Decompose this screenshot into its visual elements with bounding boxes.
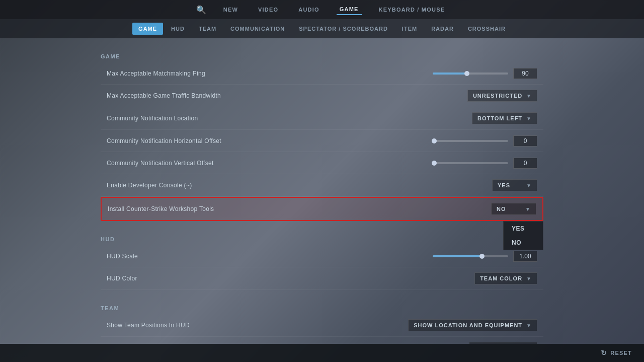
setting-notification-horizontal: Community Notification Horizontal Offset… [101,130,543,152]
bandwidth-arrow-icon: ▼ [526,93,532,99]
search-icon[interactable]: 🔍 [196,5,206,15]
game-section-header: Game [101,53,543,59]
main-content: Game Max Acceptable Matchmaking Ping 90 … [0,38,644,344]
notification-horizontal-track[interactable] [433,140,508,142]
top-nav-audio[interactable]: AUDIO [295,5,322,15]
developer-console-value: YES [498,182,510,188]
hud-scale-value[interactable]: 1.00 [513,251,537,262]
bandwidth-value: UNRESTRICTED [473,93,522,99]
top-nav-keyboard[interactable]: KEYBOARD / MOUSE [376,5,448,15]
notification-vertical-slider-container: 0 [433,158,537,169]
top-nav-new[interactable]: NEW [220,5,241,15]
team-section-header: Team [101,305,543,311]
sub-nav-game[interactable]: GAME [132,23,163,35]
notification-horizontal-label: Community Notification Horizontal Offset [107,137,433,144]
setting-matchmaking-ping: Max Acceptable Matchmaking Ping 90 [101,62,543,85]
workshop-tools-dropdown-menu: Yes No [503,221,543,250]
notification-location-value: BOTTOM LEFT [477,115,522,121]
team-positions-arrow-icon: ▼ [526,323,532,328]
bandwidth-label: Max Acceptable Game Traffic Bandwidth [107,92,467,99]
notification-location-label: Community Notification Location [107,115,472,122]
workshop-tools-value: NO [497,206,506,212]
sub-nav-crosshair[interactable]: CROSSHAIR [462,23,512,35]
sub-nav-communication[interactable]: COMMUNICATION [224,23,291,35]
bandwidth-dropdown[interactable]: UNRESTRICTED ▼ [467,90,537,102]
matchmaking-ping-fill [433,73,467,75]
reset-label: RESET [610,350,632,356]
dropdown-option-no[interactable]: No [504,236,543,250]
setting-team-positions: Show Team Positions In HUD SHOW LOCATION… [101,314,543,337]
matchmaking-ping-value[interactable]: 90 [513,68,537,79]
matchmaking-ping-slider-container: 90 [433,68,537,79]
reset-button[interactable]: ↻ RESET [601,349,632,357]
matchmaking-ping-label: Max Acceptable Matchmaking Ping [107,70,433,77]
setting-teammate-colors: Show Teammate Colors in Competitive SHOW… [101,337,543,344]
notification-vertical-value[interactable]: 0 [513,158,537,169]
sub-nav-item[interactable]: ITEM [396,23,423,35]
sub-nav: GAME HUD TEAM COMMUNICATION SPECTATOR / … [0,19,644,38]
hud-section-header: Hud [101,236,543,242]
setting-workshop-tools: Install Counter-Strike Workshop Tools NO… [101,197,543,221]
team-positions-label: Show Team Positions In HUD [107,322,408,329]
setting-developer-console: Enable Developer Console (~) YES ▼ [101,174,543,197]
matchmaking-ping-track[interactable] [433,73,508,75]
notification-horizontal-thumb[interactable] [432,138,437,143]
setting-hud-scale: HUD Scale 1.00 [101,245,543,267]
notification-horizontal-value[interactable]: 0 [513,135,537,147]
notification-vertical-track[interactable] [433,162,508,164]
notification-vertical-thumb[interactable] [432,161,437,166]
notification-horizontal-slider-container: 0 [433,135,537,147]
workshop-tools-dropdown[interactable]: NO ▼ [491,203,536,215]
hud-color-label: HUD Color [107,275,474,282]
sub-nav-team[interactable]: TEAM [193,23,222,35]
matchmaking-ping-thumb[interactable] [464,71,469,76]
setting-hud-color: HUD Color TEAM COLOR ▼ [101,267,543,290]
notification-location-arrow-icon: ▼ [526,116,532,121]
notification-vertical-label: Community Notification Vertical Offset [107,160,433,167]
hud-scale-thumb[interactable] [479,254,485,259]
sub-nav-radar[interactable]: RADAR [425,23,460,35]
sub-nav-spectator[interactable]: SPECTATOR / SCOREBOARD [293,23,394,35]
hud-scale-fill [433,255,482,257]
bottom-bar: ↻ RESET [0,344,644,362]
notification-location-dropdown[interactable]: BOTTOM LEFT ▼ [472,112,537,124]
developer-console-dropdown[interactable]: YES ▼ [492,179,537,191]
hud-color-value: TEAM COLOR [480,275,522,281]
dropdown-option-yes[interactable]: Yes [504,222,543,236]
top-nav: 🔍 NEW VIDEO AUDIO GAME KEYBOARD / MOUSE [0,0,644,19]
hud-color-dropdown[interactable]: TEAM COLOR ▼ [474,272,537,284]
hud-scale-slider-container: 1.00 [433,251,537,262]
sub-nav-hud[interactable]: HUD [165,23,191,35]
setting-bandwidth: Max Acceptable Game Traffic Bandwidth UN… [101,85,543,107]
team-positions-dropdown[interactable]: SHOW LOCATION AND EQUIPMENT ▼ [408,319,537,331]
top-nav-video[interactable]: VIDEO [255,5,281,15]
setting-notification-location: Community Notification Location BOTTOM L… [101,107,543,130]
hud-scale-label: HUD Scale [107,253,433,260]
top-nav-game[interactable]: GAME [337,4,362,15]
team-positions-value: SHOW LOCATION AND EQUIPMENT [414,322,522,328]
hud-color-arrow-icon: ▼ [526,276,532,281]
workshop-tools-arrow-icon: ▼ [525,206,531,212]
workshop-tools-label: Install Counter-Strike Workshop Tools [108,205,491,212]
setting-notification-vertical: Community Notification Vertical Offset 0 [101,152,543,174]
developer-console-label: Enable Developer Console (~) [107,182,492,189]
reset-icon: ↻ [601,349,607,357]
developer-console-arrow-icon: ▼ [526,183,532,188]
hud-scale-track[interactable] [433,255,508,257]
